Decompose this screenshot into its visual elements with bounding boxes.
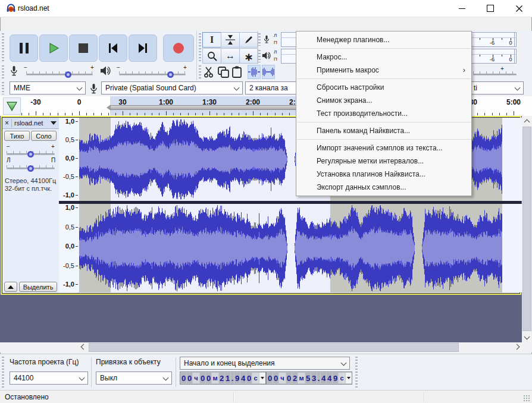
horizontal-scrollbar[interactable] — [0, 342, 532, 352]
track-close-button[interactable]: × — [2, 119, 12, 127]
time-toolbar-grip[interactable] — [355, 357, 358, 388]
track-menu-dropdown-icon[interactable] — [51, 121, 57, 125]
minimize-button[interactable] — [448, 0, 475, 17]
trim-audio-button[interactable] — [248, 65, 261, 79]
amplitude-scale-label: -0,5 — [59, 173, 74, 180]
menu-item[interactable]: Регулярные метки интервалов... — [296, 155, 471, 168]
pause-button[interactable] — [10, 34, 38, 62]
time-field-dropdown-icon[interactable] — [259, 373, 265, 383]
status-bar: Остановлено — [0, 390, 532, 403]
meter-scale-label: -6 — [490, 56, 495, 62]
gain-minus-label: − — [7, 143, 10, 150]
waveform-channel-right[interactable] — [78, 204, 522, 292]
meter-left-channel-label: Л — [274, 50, 277, 55]
zoom-tool-button[interactable] — [202, 48, 221, 64]
cut-button[interactable] — [203, 65, 216, 79]
draw-tool-button[interactable] — [239, 32, 258, 48]
scroll-left-arrow[interactable] — [77, 342, 87, 352]
skip-to-start-button[interactable] — [99, 34, 127, 62]
paste-button[interactable] — [230, 65, 243, 79]
audacity-window: rsload.net ФайлПравкаВыделитьВидТранспор… — [0, 0, 532, 403]
tools-toolbar-grip[interactable] — [199, 33, 201, 62]
silence-audio-icon — [262, 67, 274, 77]
playback-volume-slider-thumb[interactable] — [167, 71, 174, 78]
selection-tool-button[interactable]: I — [202, 32, 221, 48]
audio-host-select[interactable]: MME — [10, 81, 86, 95]
record-button[interactable] — [163, 34, 194, 62]
meter-right-channel-label: П — [274, 57, 277, 62]
trim-audio-icon — [248, 67, 260, 77]
gain-slider-thumb[interactable] — [27, 151, 34, 158]
menu-item[interactable]: Менеджер плагинов... — [296, 33, 471, 46]
skip-to-end-button[interactable] — [129, 34, 157, 62]
play-button[interactable] — [39, 34, 68, 62]
menu-item[interactable]: Сбросить настройки — [296, 81, 471, 94]
ruler-label: 30 — [109, 98, 136, 106]
snap-to-select[interactable]: Выкл — [96, 371, 172, 385]
time-field-dropdown-icon[interactable] — [346, 373, 352, 383]
copy-button[interactable] — [217, 65, 230, 79]
stop-button[interactable] — [69, 34, 98, 62]
stop-icon — [79, 43, 88, 53]
collapse-track-button[interactable] — [4, 282, 17, 292]
vertical-scrollbar[interactable] — [522, 116, 532, 342]
amplitude-scale-label: 0,5 — [59, 223, 74, 231]
recording-volume-slider[interactable] — [26, 74, 93, 75]
track-select-button[interactable]: Выделить — [19, 282, 57, 292]
gain-plus-label: + — [51, 143, 55, 150]
menu-item[interactable]: Макрос... — [296, 51, 471, 64]
amplitude-scale-label: 1,0 — [59, 118, 74, 125]
mixer-toolbar-grip[interactable] — [2, 65, 4, 78]
scroll-down-arrow[interactable] — [522, 332, 532, 342]
play-speed-slider[interactable] — [473, 74, 517, 75]
close-button[interactable] — [505, 0, 532, 17]
project-rate-select[interactable]: 44100 — [10, 371, 88, 385]
play-head-triangle-icon — [7, 102, 17, 111]
recording-device-select[interactable]: Private (Spatial Sound Card) — [101, 81, 243, 95]
pan-slider-thumb[interactable] — [27, 165, 34, 172]
menu-separator — [297, 139, 471, 140]
ruler-label: 5:00 — [500, 98, 527, 106]
menu-item[interactable]: Импорт значений сэмплов из текста... — [296, 141, 471, 155]
resize-grip[interactable] — [524, 395, 530, 401]
menu-item[interactable]: Панель команд Найквиста... — [296, 124, 471, 137]
selection-end-field[interactable]: 00ч02м53.449с — [266, 371, 352, 385]
vertical-scale: 1,00,50,0-0,5-1,01,00,50,0-0,5-1,0 — [59, 118, 79, 293]
transport-toolbar-grip[interactable] — [2, 33, 4, 62]
horizontal-scrollbar-thumb[interactable] — [89, 343, 459, 352]
time-shift-tool-button[interactable]: ↔ — [221, 48, 240, 64]
scroll-up-arrow[interactable] — [522, 116, 532, 126]
record-icon — [173, 43, 184, 53]
amplitude-scale-label: -0,5 — [59, 262, 74, 269]
menu-item[interactable]: Применить макрос› — [296, 64, 471, 77]
maximize-button[interactable] — [477, 0, 504, 17]
envelope-tool-button[interactable] — [221, 32, 240, 48]
amplitude-scale-label: 0,5 — [59, 136, 74, 143]
selection-start-field[interactable]: 00ч00м21.940с — [180, 371, 266, 385]
ruler-label: -30 — [23, 98, 49, 106]
solo-button[interactable]: Соло — [31, 131, 57, 141]
menu-item[interactable]: Экспорт данных сэмплов... — [296, 181, 471, 194]
selection-mode-select[interactable]: Начало и конец выделения — [180, 357, 350, 370]
selection-toolbar-grip[interactable] — [2, 357, 4, 388]
menu-item[interactable]: Установка плагинов Найквиста... — [296, 168, 471, 181]
edit-toolbar-grip[interactable] — [199, 65, 201, 78]
ruler-label: 2:00 — [240, 98, 266, 106]
silence-audio-button[interactable] — [262, 65, 275, 79]
vertical-scrollbar-thumb[interactable] — [522, 127, 531, 331]
status-text: Остановлено — [5, 393, 49, 401]
amplitude-scale-label: -1,0 — [59, 191, 74, 199]
amplitude-scale-label: 1,0 — [59, 204, 74, 211]
track-title[interactable]: rsload.net — [12, 119, 43, 127]
menu-item[interactable]: Тест производительности... — [296, 107, 471, 120]
track-header: × rsload.net — [2, 118, 59, 129]
skip-to-end-icon — [137, 43, 149, 53]
multi-tool-button[interactable]: ∗ — [239, 48, 258, 64]
scroll-right-arrow[interactable] — [511, 342, 521, 352]
pinned-play-head-button[interactable] — [3, 97, 21, 115]
playback-volume-slider[interactable] — [119, 74, 186, 75]
recording-volume-slider-thumb[interactable] — [65, 71, 71, 78]
menu-item[interactable]: Снимок экрана... — [296, 94, 471, 107]
mute-button[interactable]: Тихо — [4, 131, 30, 141]
meter-left-channel-label: Л — [274, 33, 277, 38]
